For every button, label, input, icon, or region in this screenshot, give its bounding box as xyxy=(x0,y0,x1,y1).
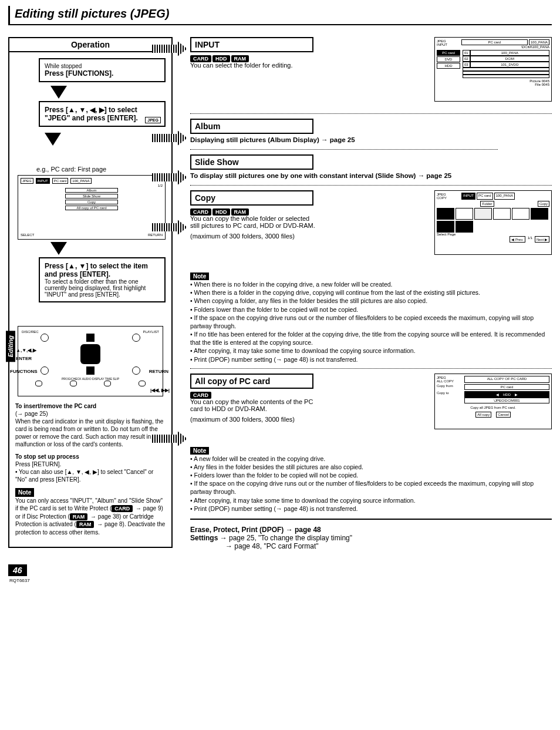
remote-enter-label: ENTER xyxy=(16,356,32,361)
m: ◀ Prev. xyxy=(510,236,525,243)
step1-small: While stopped xyxy=(45,63,160,69)
m: \JPEG\DCIM001 xyxy=(464,398,549,403)
m: ALL COPY xyxy=(437,379,463,383)
insert-body: When the card indicator in the unit disp… xyxy=(15,418,166,448)
m: \DCIM\100_PANA xyxy=(461,45,549,49)
m: HDD xyxy=(437,63,460,69)
arrow-down-icon xyxy=(50,86,67,99)
remote-top1: DISC/REC xyxy=(22,330,39,334)
list-item: When there is a folder in the copying dr… xyxy=(190,288,552,297)
m: 101_DVDD xyxy=(470,62,549,68)
settings-1: → page 25, "To change the display timing… xyxy=(218,534,352,542)
allcopy-head: All copy of PC card xyxy=(190,374,313,389)
arrow-down-icon xyxy=(50,242,67,255)
ram-pill: RAM xyxy=(70,513,88,520)
step2-text: Press [▲, ▼, ◀, ▶] to select "JPEG" and … xyxy=(45,106,138,122)
note-label: Note xyxy=(190,447,209,455)
card-pill: CARD xyxy=(190,392,211,399)
m: Copy from xyxy=(437,384,463,390)
input-mock-screen: JPEG INPUT PC card100_PANA \DCIM\100_PAN… xyxy=(434,37,552,102)
erase-line: Erase, Protect, Print (DPOF) → page 48 xyxy=(190,526,552,534)
slide-head: Slide Show xyxy=(190,154,313,170)
m: Next ▶ xyxy=(535,236,549,243)
settings-2: → page 48, "PC card Format" xyxy=(225,542,552,550)
m: 01 xyxy=(463,50,470,56)
remote-skip-label: |◀◀, ▶▶| xyxy=(150,388,170,393)
settings-label: Settings xyxy=(190,534,218,542)
remote-diagram: ▲,▼,◀,▶ ENTER FUNCTIONS RETURN |◀◀, ▶▶| … xyxy=(18,326,163,396)
m: DCIM xyxy=(470,56,549,62)
input-desc: You can select the folder for editing. xyxy=(190,62,319,69)
m: 100_PANA xyxy=(529,39,549,45)
slide-line: To display still pictures one by one wit… xyxy=(190,172,498,179)
insert-ref: (→ page 25) xyxy=(15,410,166,418)
copy-mock-screen: JPEGCOPY INPUTPC card100_PANA FolderCopy… xyxy=(434,190,552,255)
remote-dpad xyxy=(80,344,100,364)
list-item: If no title has been entered for the fol… xyxy=(190,330,552,347)
m: All copy xyxy=(475,412,491,418)
album-line: Displaying still pictures (Album Display… xyxy=(190,136,552,143)
note-label: Note xyxy=(15,488,34,497)
list-item: After copying, it may take some time to … xyxy=(190,496,552,504)
list-item: Print (DPOF) number setting (→ page 48) … xyxy=(190,504,552,513)
m: ALL COPY OF PC CARD xyxy=(464,376,549,383)
step1-bold: Press [FUNCTIONS]. xyxy=(45,69,160,78)
copy-notes-list: When there is no folder in the copying d… xyxy=(190,280,552,364)
mock-frac: 1/2 xyxy=(21,184,163,187)
copy-desc1: You can copy the whole folder or selecte… xyxy=(190,215,319,229)
mock-allcopy-btn: All copy of PC card xyxy=(65,206,118,210)
page-number: 46 xyxy=(8,564,27,576)
m: Copy to xyxy=(437,391,463,398)
m: PC card xyxy=(477,193,493,200)
mock-copy-btn: Copy xyxy=(65,200,118,204)
stop-line2: • You can also use [▲, ▼, ◀, ▶] to selec… xyxy=(15,468,166,483)
list-item: Print (DPOF) number setting (→ page 48) … xyxy=(190,355,552,364)
list-item: Any files in the folder besides the stil… xyxy=(190,463,552,471)
m: File 0045 xyxy=(535,83,549,86)
mock-input: INPUT xyxy=(36,178,50,184)
list-item: After copying, it may take some time to … xyxy=(190,347,552,355)
m: PC card xyxy=(461,39,528,45)
stop-title: To stop set up process xyxy=(15,453,166,460)
operation-title: Operation xyxy=(9,38,171,52)
mock-return: RETURN xyxy=(148,233,163,237)
mock-jpeg: JPEG xyxy=(21,178,33,184)
m: PC card xyxy=(464,384,549,390)
mock-select: SELECT xyxy=(21,233,34,237)
m: 100_PANA xyxy=(494,193,515,200)
m: 02 xyxy=(463,56,470,62)
step2-box: Press [▲, ▼, ◀, ▶] to select "JPEG" and … xyxy=(39,101,166,127)
copy-desc2: (maximum of 300 folders, 3000 files) xyxy=(190,233,319,240)
m: 100_PANA xyxy=(470,50,549,56)
mock-album-btn: Album xyxy=(65,188,118,193)
list-item: When there is no folder in the copying d… xyxy=(190,280,552,288)
remote-top2: PLAYLIST xyxy=(143,330,159,334)
list-item: Folders lower than the folder to be copi… xyxy=(190,471,552,479)
ram-pill: RAM xyxy=(76,521,95,528)
allcopy-notes-list: A new folder will be created in the copy… xyxy=(190,455,552,513)
m: COPY xyxy=(437,196,460,200)
album-head: Album xyxy=(190,119,313,134)
m: INPUT xyxy=(437,43,460,46)
mock-pccard: PC card xyxy=(52,178,69,184)
mock-path: 100_PANA xyxy=(70,178,91,184)
list-item: Folders lower than the folder to be copi… xyxy=(190,305,552,314)
m: INPUT xyxy=(461,193,475,200)
doc-code: RQT6637 xyxy=(9,578,30,583)
m: DVD xyxy=(437,56,460,62)
arrow-down-icon xyxy=(45,133,61,146)
m: Folder xyxy=(480,201,494,207)
m: 1/1 xyxy=(528,236,532,243)
m: PC card xyxy=(437,50,460,56)
note-body: You can only access "INPUT", "Album" and… xyxy=(15,497,166,536)
copy-head: Copy xyxy=(190,190,313,206)
note-label: Note xyxy=(190,273,209,280)
input-head: INPUT xyxy=(190,37,313,52)
page-title: Editing still pictures (JPEG) xyxy=(8,6,552,25)
operation-box: Operation While stopped Press [FUNCTIONS… xyxy=(8,37,173,548)
insert-title: To insert/remove the PC card xyxy=(15,402,166,410)
list-item: If the space on the copying drive runs o… xyxy=(190,479,552,496)
list-item: When copying a folder, any files in the … xyxy=(190,297,552,305)
jpeg-badge: JPEG xyxy=(145,117,161,123)
m: HDD xyxy=(503,393,511,396)
